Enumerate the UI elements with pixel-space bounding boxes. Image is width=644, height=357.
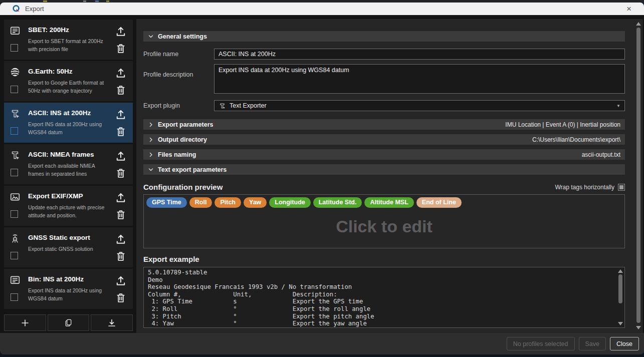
tag-pill-list: GPS Time Roll Pitch Yaw Longitude Latitu… — [146, 197, 622, 208]
section-general-settings[interactable]: General settings — [143, 31, 625, 42]
section-text-export-parameters[interactable]: Text export parameters — [143, 164, 625, 175]
profile-title: ASCII: NMEA frames — [28, 151, 94, 158]
tag-pill-end-of-line[interactable]: End of Line — [416, 197, 462, 208]
delete-profile-button[interactable] — [115, 250, 127, 262]
wrap-tags-label: Wrap tags horizontally — [555, 184, 615, 191]
delete-profile-button[interactable] — [115, 209, 127, 221]
profile-checkbox[interactable] — [11, 169, 18, 176]
tag-pill-longitude[interactable]: Longitude — [269, 197, 310, 208]
delete-profile-button[interactable] — [115, 43, 127, 55]
profile-card-bin-ins[interactable]: Bin: INS at 200Hz Export INS data at 200… — [4, 269, 133, 309]
section-export-parameters[interactable]: Export parameters IMU Location | Event A… — [143, 119, 625, 130]
background-fragment — [95, 1, 99, 2]
profile-checkbox[interactable] — [11, 127, 18, 135]
tag-pill-roll[interactable]: Roll — [189, 197, 212, 208]
profile-title: Export EXIF/XMP — [28, 192, 83, 200]
close-dialog-button[interactable]: Close — [610, 337, 639, 350]
text-exporter-icon — [10, 150, 21, 161]
profile-card-gnss-static[interactable]: GNSS Static export Export static GNSS so… — [4, 227, 133, 267]
export-plugin-select[interactable]: Text Exporter ▼ — [214, 100, 625, 111]
duplicate-profile-button[interactable] — [48, 314, 90, 331]
profile-checkbox[interactable] — [11, 44, 18, 52]
section-title: Files naming — [158, 151, 196, 158]
export-profile-button[interactable] — [115, 275, 127, 287]
configuration-preview-editor[interactable]: GPS Time Roll Pitch Yaw Longitude Latitu… — [143, 194, 625, 248]
section-title: Export parameters — [158, 121, 213, 128]
dialog-body: SBET: 200Hz Export to SBET format at 200… — [0, 15, 644, 333]
profile-name-input[interactable] — [214, 49, 625, 60]
import-profile-button[interactable] — [91, 314, 133, 331]
section-summary: IMU Location | Event A (0) | Inertial po… — [505, 121, 620, 128]
delete-profile-button[interactable] — [115, 292, 127, 304]
scroll-down-icon[interactable] — [618, 322, 623, 325]
text-exporter-icon — [219, 102, 226, 110]
tag-pill-altitude-msl[interactable]: Altitude MSL — [364, 197, 413, 208]
dialog-footer: No profiles selected Save Close — [0, 333, 644, 354]
delete-profile-button[interactable] — [115, 126, 127, 138]
chevron-right-icon — [148, 152, 154, 158]
profile-card-gearth[interactable]: G.Earth: 50Hz Export to Google Earth for… — [4, 61, 133, 101]
plus-icon — [20, 318, 30, 328]
section-output-directory[interactable]: Output directory C:\Users\Ilian\Document… — [143, 134, 625, 145]
export-profile-button[interactable] — [115, 26, 127, 38]
tag-pill-gps-time[interactable]: GPS Time — [146, 197, 187, 208]
tag-pill-pitch[interactable]: Pitch — [214, 197, 241, 208]
profile-description-input[interactable]: Export INS data at 200Hz using WGS84 dat… — [214, 64, 625, 94]
profile-description: Export each available NMEA frames in sep… — [28, 162, 108, 178]
profile-checkbox[interactable] — [11, 86, 18, 93]
window-title: Export — [25, 5, 44, 13]
scrollbar-thumb[interactable] — [636, 28, 640, 323]
image-icon — [10, 191, 21, 202]
export-profile-button[interactable] — [115, 233, 127, 245]
tag-pill-yaw[interactable]: Yaw — [244, 197, 267, 208]
profile-name-label: Profile name — [143, 49, 214, 60]
profile-description: Update each picture with precise attitud… — [28, 204, 108, 220]
delete-profile-button[interactable] — [115, 167, 127, 179]
profile-title: SBET: 200Hz — [28, 26, 69, 34]
delete-profile-button[interactable] — [115, 84, 127, 96]
document-list-icon — [10, 274, 21, 285]
preview-placeholder: Click to edit — [146, 208, 622, 245]
scroll-up-icon[interactable] — [618, 269, 623, 273]
export-profile-button[interactable] — [115, 150, 127, 162]
close-icon[interactable]: × — [622, 3, 636, 15]
google-earth-icon — [10, 67, 21, 78]
wrap-tags-checkbox[interactable] — [618, 184, 625, 191]
chevron-down-icon: ▼ — [616, 104, 620, 108]
profile-description: Export to SBET format at 200Hz with prec… — [28, 38, 108, 54]
add-profile-button[interactable] — [4, 314, 46, 331]
save-button: Save — [579, 337, 606, 350]
sidebar-actions — [4, 314, 133, 331]
section-files-naming[interactable]: Files naming ascii-output.txt — [143, 149, 625, 160]
section-title: Text export parameters — [158, 166, 227, 173]
background-fragment — [83, 1, 86, 2]
profile-card-sbet[interactable]: SBET: 200Hz Export to SBET format at 200… — [4, 20, 133, 60]
profile-card-ascii-ins[interactable]: ASCII: INS at 200Hz Export INS data at 2… — [4, 103, 133, 143]
export-example-text: 5.0.10789-stable Demo Reseau Geodesique … — [148, 269, 613, 327]
export-plugin-value: Text Exporter — [230, 102, 267, 109]
profile-checkbox[interactable] — [11, 252, 18, 259]
profile-name-row: Profile name — [143, 49, 625, 60]
profile-title: GNSS Static export — [28, 234, 90, 241]
tag-pill-latitude-std[interactable]: Latitude Std. — [313, 197, 362, 208]
window-titlebar: Export × — [0, 3, 644, 15]
profile-card-exif[interactable]: Export EXIF/XMP Update each picture with… — [4, 186, 133, 226]
chevron-right-icon — [148, 137, 154, 143]
export-profile-button[interactable] — [115, 67, 127, 79]
main-scrollbar[interactable] — [635, 21, 642, 331]
scroll-down-icon[interactable] — [636, 326, 641, 329]
scrollbar-thumb[interactable] — [618, 274, 622, 303]
profile-checkbox[interactable] — [11, 293, 18, 301]
profile-checkbox[interactable] — [11, 210, 18, 218]
profile-description-row: Profile description Export INS data at 2… — [143, 64, 625, 96]
chevron-down-icon — [148, 167, 154, 173]
scroll-up-icon[interactable] — [636, 22, 641, 26]
export-profiles-sidebar: SBET: 200Hz Export to SBET format at 200… — [4, 20, 133, 331]
profile-card-ascii-nmea[interactable]: ASCII: NMEA frames Export each available… — [4, 144, 133, 184]
export-dialog-window: Export × SBET: 200Hz Export to SBET form… — [0, 0, 644, 357]
example-scrollbar[interactable] — [617, 268, 624, 327]
export-profile-button[interactable] — [115, 192, 127, 204]
chevron-down-icon — [148, 34, 154, 40]
export-profile-button[interactable] — [115, 109, 127, 121]
no-profiles-selected-button: No profiles selected — [507, 337, 575, 350]
